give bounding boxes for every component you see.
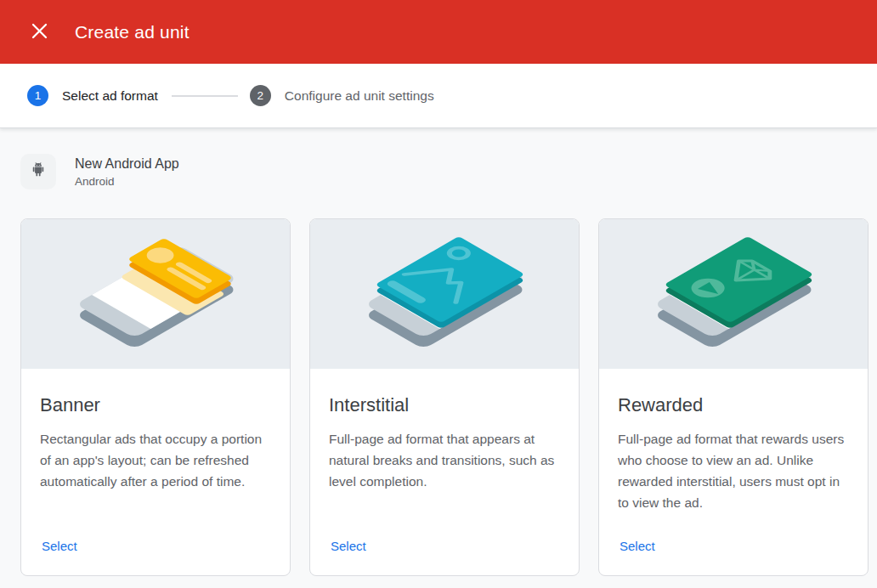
step-connector-line	[172, 95, 238, 97]
stepper: 1 Select ad format 2 Configure ad unit s…	[0, 64, 877, 128]
app-bar: Create ad unit	[0, 0, 877, 64]
app-avatar	[20, 154, 56, 189]
step-select-ad-format[interactable]: 1 Select ad format	[27, 85, 158, 106]
step-2-circle: 2	[250, 85, 271, 106]
card-banner[interactable]: Banner Rectangular ads that occupy a por…	[20, 218, 291, 576]
card-description-interstitial: Full-page ad format that appears at natu…	[329, 428, 558, 492]
select-rewarded-button[interactable]: Select	[618, 535, 657, 557]
step-1-label: Select ad format	[62, 88, 158, 104]
ad-format-cards: Banner Rectangular ads that occupy a por…	[20, 218, 869, 576]
card-title-interstitial: Interstitial	[329, 394, 558, 416]
select-interstitial-button[interactable]: Select	[329, 535, 368, 557]
card-title-banner: Banner	[40, 394, 269, 416]
app-name: New Android App	[75, 155, 179, 173]
step-1-circle: 1	[27, 85, 48, 106]
app-info-row: New Android App Android	[20, 154, 877, 189]
banner-ad-illustration	[21, 219, 290, 369]
android-icon	[29, 161, 48, 183]
close-button[interactable]	[22, 15, 56, 49]
page-title: Create ad unit	[75, 22, 190, 42]
card-description-rewarded: Full-page ad format that rewards users w…	[618, 428, 847, 513]
card-description-banner: Rectangular ads that occupy a portion of…	[40, 428, 269, 492]
card-title-rewarded: Rewarded	[618, 394, 847, 416]
app-platform: Android	[75, 173, 179, 189]
card-rewarded[interactable]: Rewarded Full-page ad format that reward…	[598, 218, 869, 576]
select-banner-button[interactable]: Select	[40, 535, 79, 557]
card-interstitial[interactable]: Interstitial Full-page ad format that ap…	[309, 218, 580, 576]
interstitial-ad-illustration	[310, 219, 579, 369]
step-2-label: Configure ad unit settings	[285, 88, 434, 104]
rewarded-ad-illustration	[599, 219, 868, 369]
close-icon	[31, 23, 48, 42]
step-configure-ad-unit-settings[interactable]: 2 Configure ad unit settings	[250, 85, 434, 106]
